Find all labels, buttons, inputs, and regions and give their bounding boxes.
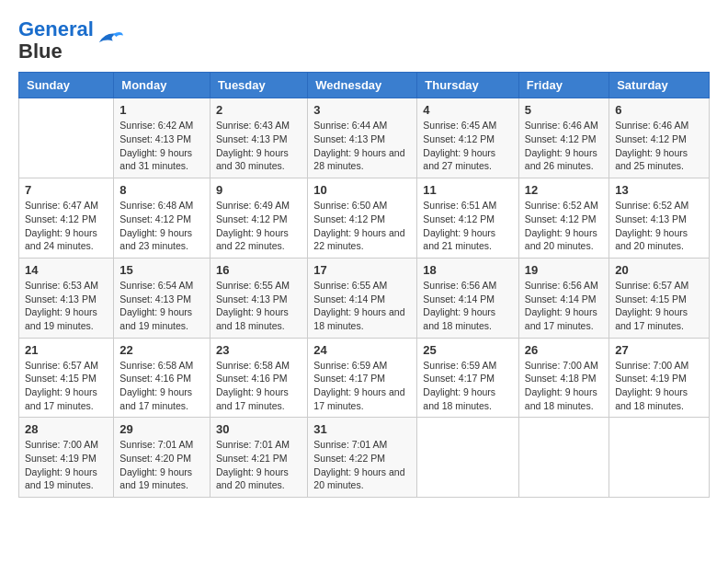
day-info: Sunrise: 6:46 AMSunset: 4:12 PMDaylight:… xyxy=(615,119,703,173)
calendar-cell: 19Sunrise: 6:56 AMSunset: 4:14 PMDayligh… xyxy=(518,258,609,338)
day-info: Sunrise: 6:43 AMSunset: 4:13 PMDaylight:… xyxy=(216,119,301,173)
day-number: 15 xyxy=(119,263,204,277)
day-info: Sunrise: 6:54 AMSunset: 4:13 PMDaylight:… xyxy=(119,279,204,333)
day-number: 3 xyxy=(313,103,411,117)
day-number: 31 xyxy=(313,422,411,436)
calendar-cell: 9Sunrise: 6:49 AMSunset: 4:12 PMDaylight… xyxy=(210,178,307,259)
day-info: Sunrise: 7:00 AMSunset: 4:18 PMDaylight:… xyxy=(525,359,603,413)
calendar-cell: 5Sunrise: 6:46 AMSunset: 4:12 PMDaylight… xyxy=(518,98,609,178)
day-info: Sunrise: 7:01 AMSunset: 4:20 PMDaylight:… xyxy=(119,438,204,492)
day-number: 8 xyxy=(119,183,204,197)
day-info: Sunrise: 6:52 AMSunset: 4:13 PMDaylight:… xyxy=(615,199,703,253)
calendar-cell: 22Sunrise: 6:58 AMSunset: 4:16 PMDayligh… xyxy=(114,338,210,418)
day-info: Sunrise: 6:51 AMSunset: 4:12 PMDaylight:… xyxy=(423,199,513,253)
day-number: 5 xyxy=(525,103,603,117)
day-info: Sunrise: 6:48 AMSunset: 4:12 PMDaylight:… xyxy=(119,199,204,253)
day-number: 20 xyxy=(615,263,703,277)
day-number: 12 xyxy=(525,183,603,197)
header-friday: Friday xyxy=(518,73,609,98)
calendar-cell xyxy=(19,98,114,178)
day-info: Sunrise: 6:55 AMSunset: 4:14 PMDaylight:… xyxy=(313,279,411,333)
calendar-cell: 23Sunrise: 6:58 AMSunset: 4:16 PMDayligh… xyxy=(210,338,307,418)
day-number: 9 xyxy=(216,183,301,197)
day-number: 26 xyxy=(525,343,603,357)
calendar-cell: 14Sunrise: 6:53 AMSunset: 4:13 PMDayligh… xyxy=(19,258,114,338)
day-info: Sunrise: 6:52 AMSunset: 4:12 PMDaylight:… xyxy=(525,199,603,253)
calendar-cell: 11Sunrise: 6:51 AMSunset: 4:12 PMDayligh… xyxy=(417,178,519,259)
day-number: 21 xyxy=(25,343,108,357)
calendar-cell: 10Sunrise: 6:50 AMSunset: 4:12 PMDayligh… xyxy=(308,178,417,259)
day-number: 7 xyxy=(25,183,108,197)
day-number: 29 xyxy=(119,422,204,436)
calendar-cell: 1Sunrise: 6:42 AMSunset: 4:13 PMDaylight… xyxy=(114,98,210,178)
page-header: GeneralBlue xyxy=(18,18,710,63)
day-number: 6 xyxy=(615,103,703,117)
day-number: 28 xyxy=(25,422,108,436)
day-number: 16 xyxy=(216,263,301,277)
calendar-cell: 18Sunrise: 6:56 AMSunset: 4:14 PMDayligh… xyxy=(417,258,519,338)
calendar-cell: 20Sunrise: 6:57 AMSunset: 4:15 PMDayligh… xyxy=(609,258,710,338)
day-info: Sunrise: 6:59 AMSunset: 4:17 PMDaylight:… xyxy=(423,359,513,413)
calendar-cell: 28Sunrise: 7:00 AMSunset: 4:19 PMDayligh… xyxy=(19,418,114,498)
day-info: Sunrise: 6:55 AMSunset: 4:13 PMDaylight:… xyxy=(216,279,301,333)
logo-icon xyxy=(96,28,123,53)
day-info: Sunrise: 6:57 AMSunset: 4:15 PMDaylight:… xyxy=(25,359,108,413)
day-number: 4 xyxy=(423,103,513,117)
header-thursday: Thursday xyxy=(417,73,519,98)
day-info: Sunrise: 6:57 AMSunset: 4:15 PMDaylight:… xyxy=(615,279,703,333)
calendar-cell: 4Sunrise: 6:45 AMSunset: 4:12 PMDaylight… xyxy=(417,98,519,178)
day-info: Sunrise: 6:56 AMSunset: 4:14 PMDaylight:… xyxy=(525,279,603,333)
calendar-cell: 3Sunrise: 6:44 AMSunset: 4:13 PMDaylight… xyxy=(308,98,417,178)
calendar-table: SundayMondayTuesdayWednesdayThursdayFrid… xyxy=(18,72,710,498)
day-info: Sunrise: 6:50 AMSunset: 4:12 PMDaylight:… xyxy=(313,199,411,253)
day-info: Sunrise: 6:58 AMSunset: 4:16 PMDaylight:… xyxy=(216,359,301,413)
day-info: Sunrise: 7:01 AMSunset: 4:21 PMDaylight:… xyxy=(216,438,301,492)
calendar-cell: 26Sunrise: 7:00 AMSunset: 4:18 PMDayligh… xyxy=(518,338,609,418)
header-monday: Monday xyxy=(114,73,210,98)
calendar-week-row: 21Sunrise: 6:57 AMSunset: 4:15 PMDayligh… xyxy=(19,338,710,418)
day-number: 24 xyxy=(313,343,411,357)
calendar-cell: 12Sunrise: 6:52 AMSunset: 4:12 PMDayligh… xyxy=(518,178,609,259)
day-number: 27 xyxy=(615,343,703,357)
calendar-week-row: 14Sunrise: 6:53 AMSunset: 4:13 PMDayligh… xyxy=(19,258,710,338)
day-info: Sunrise: 7:00 AMSunset: 4:19 PMDaylight:… xyxy=(25,438,108,492)
day-number: 22 xyxy=(119,343,204,357)
calendar-week-row: 1Sunrise: 6:42 AMSunset: 4:13 PMDaylight… xyxy=(19,98,710,178)
header-sunday: Sunday xyxy=(19,73,114,98)
day-number: 13 xyxy=(615,183,703,197)
calendar-week-row: 28Sunrise: 7:00 AMSunset: 4:19 PMDayligh… xyxy=(19,418,710,498)
day-info: Sunrise: 7:00 AMSunset: 4:19 PMDaylight:… xyxy=(615,359,703,413)
day-number: 23 xyxy=(216,343,301,357)
header-wednesday: Wednesday xyxy=(308,73,417,98)
day-number: 17 xyxy=(313,263,411,277)
day-number: 2 xyxy=(216,103,301,117)
day-number: 10 xyxy=(313,183,411,197)
calendar-cell: 7Sunrise: 6:47 AMSunset: 4:12 PMDaylight… xyxy=(19,178,114,259)
calendar-cell xyxy=(518,418,609,498)
calendar-header-row: SundayMondayTuesdayWednesdayThursdayFrid… xyxy=(19,73,710,98)
calendar-cell xyxy=(609,418,710,498)
calendar-cell xyxy=(417,418,519,498)
header-tuesday: Tuesday xyxy=(210,73,307,98)
day-number: 11 xyxy=(423,183,513,197)
day-number: 25 xyxy=(423,343,513,357)
day-info: Sunrise: 6:45 AMSunset: 4:12 PMDaylight:… xyxy=(423,119,513,173)
day-number: 30 xyxy=(216,422,301,436)
calendar-cell: 8Sunrise: 6:48 AMSunset: 4:12 PMDaylight… xyxy=(114,178,210,259)
calendar-cell: 27Sunrise: 7:00 AMSunset: 4:19 PMDayligh… xyxy=(609,338,710,418)
logo-text: GeneralBlue xyxy=(18,18,94,63)
day-info: Sunrise: 6:44 AMSunset: 4:13 PMDaylight:… xyxy=(313,119,411,173)
calendar-week-row: 7Sunrise: 6:47 AMSunset: 4:12 PMDaylight… xyxy=(19,178,710,259)
calendar-cell: 2Sunrise: 6:43 AMSunset: 4:13 PMDaylight… xyxy=(210,98,307,178)
day-number: 1 xyxy=(119,103,204,117)
day-info: Sunrise: 6:56 AMSunset: 4:14 PMDaylight:… xyxy=(423,279,513,333)
calendar-cell: 13Sunrise: 6:52 AMSunset: 4:13 PMDayligh… xyxy=(609,178,710,259)
day-number: 18 xyxy=(423,263,513,277)
day-info: Sunrise: 6:47 AMSunset: 4:12 PMDaylight:… xyxy=(25,199,108,253)
day-info: Sunrise: 6:59 AMSunset: 4:17 PMDaylight:… xyxy=(313,359,411,413)
calendar-cell: 15Sunrise: 6:54 AMSunset: 4:13 PMDayligh… xyxy=(114,258,210,338)
day-info: Sunrise: 6:58 AMSunset: 4:16 PMDaylight:… xyxy=(119,359,204,413)
calendar-cell: 21Sunrise: 6:57 AMSunset: 4:15 PMDayligh… xyxy=(19,338,114,418)
calendar-cell: 31Sunrise: 7:01 AMSunset: 4:22 PMDayligh… xyxy=(308,418,417,498)
calendar-cell: 24Sunrise: 6:59 AMSunset: 4:17 PMDayligh… xyxy=(308,338,417,418)
